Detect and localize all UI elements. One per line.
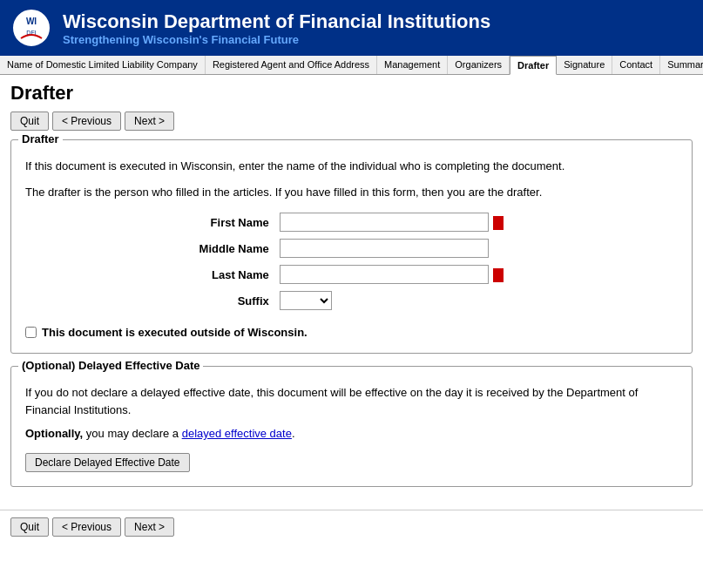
first-name-required	[493, 216, 504, 230]
dfi-logo: WI DFI	[10, 7, 52, 49]
svg-text:WI: WI	[26, 17, 37, 26]
header-text-block: Wisconsin Department of Financial Instit…	[63, 10, 490, 46]
previous-button-top[interactable]: < Previous	[52, 112, 121, 131]
delayed-effective-section: (Optional) Delayed Effective Date If you…	[10, 366, 693, 487]
first-name-row: First Name	[194, 209, 510, 235]
nav-tab-drafter[interactable]: Drafter	[510, 56, 557, 75]
drafter-section: Drafter If this document is executed in …	[10, 139, 693, 354]
header-subtitle: Strengthening Wisconsin's Financial Futu…	[63, 33, 490, 46]
quit-button-bottom[interactable]: Quit	[10, 517, 49, 537]
declare-btn-row: Declare Delayed Effective Date	[25, 453, 678, 472]
middle-name-input[interactable]	[280, 239, 489, 258]
delayed-effective-date-link[interactable]: delayed effective date	[182, 427, 292, 440]
declare-delayed-button[interactable]: Declare Delayed Effective Date	[25, 453, 190, 472]
top-button-row: Quit < Previous Next >	[10, 112, 693, 131]
drafter-form: First Name Middle Name Last Name	[194, 209, 510, 314]
previous-button-bottom[interactable]: < Previous	[52, 517, 121, 537]
svg-point-0	[12, 9, 51, 47]
navigation-tabs: Name of Domestic Limited Liability Compa…	[0, 56, 703, 75]
quit-button-top[interactable]: Quit	[10, 112, 49, 131]
page-content: Drafter Quit < Previous Next > Drafter I…	[0, 75, 703, 506]
middle-name-row: Middle Name	[194, 235, 510, 261]
delayed-text2-end: .	[292, 427, 295, 440]
drafter-text2: The drafter is the person who filled in …	[25, 184, 678, 201]
delayed-text1: If you do not declare a delayed effectiv…	[25, 384, 678, 418]
first-name-input[interactable]	[280, 213, 489, 232]
nav-tab-organizers[interactable]: Organizers	[448, 56, 510, 74]
next-button-top[interactable]: Next >	[125, 112, 174, 131]
next-button-bottom[interactable]: Next >	[125, 517, 174, 537]
first-name-label: First Name	[194, 209, 274, 235]
header-title: Wisconsin Department of Financial Instit…	[63, 10, 490, 33]
middle-name-label: Middle Name	[194, 235, 274, 261]
last-name-label: Last Name	[194, 261, 274, 287]
outside-wi-row: This document is executed outside of Wis…	[25, 326, 678, 339]
drafter-legend: Drafter	[18, 132, 63, 145]
delayed-legend: (Optional) Delayed Effective Date	[18, 359, 203, 372]
suffix-label: Suffix	[194, 287, 274, 314]
outside-wi-checkbox[interactable]	[25, 327, 37, 338]
page-title: Drafter	[10, 82, 693, 105]
last-name-input[interactable]	[280, 265, 489, 284]
nav-tab-name-of-domestic-limited-liabi[interactable]: Name of Domestic Limited Liability Compa…	[0, 56, 206, 74]
page-header: WI DFI Wisconsin Department of Financial…	[0, 0, 703, 56]
drafter-text1: If this document is executed in Wisconsi…	[25, 158, 678, 175]
suffix-select[interactable]: Jr. Sr. II III IV	[280, 291, 332, 310]
nav-tab-summary[interactable]: Summary	[660, 56, 703, 74]
nav-tab-management[interactable]: Management	[377, 56, 448, 74]
suffix-row: Suffix Jr. Sr. II III IV	[194, 287, 510, 314]
last-name-row: Last Name	[194, 261, 510, 287]
bottom-button-row: Quit < Previous Next >	[0, 510, 703, 544]
nav-tab-signature[interactable]: Signature	[557, 56, 612, 74]
delayed-text2-mid: you may declare a	[83, 427, 181, 440]
delayed-text2: Optionally, you may declare a delayed ef…	[25, 425, 678, 443]
nav-tab-contact[interactable]: Contact	[612, 56, 660, 74]
outside-wi-label: This document is executed outside of Wis…	[42, 326, 308, 339]
last-name-required	[493, 268, 504, 282]
optionally-bold: Optionally,	[25, 427, 83, 440]
nav-tab-registered-agent-and-office-ad[interactable]: Registered Agent and Office Address	[206, 56, 377, 74]
